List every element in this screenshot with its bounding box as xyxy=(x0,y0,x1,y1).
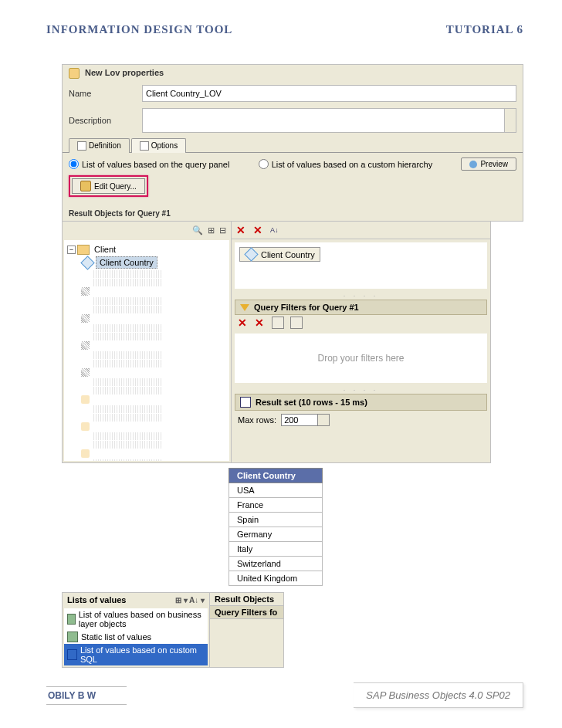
expand-icon[interactable]: ⊞ xyxy=(208,225,215,235)
preview-button[interactable]: Preview xyxy=(461,157,516,171)
lists-of-values-panel: Lists of values⊞ ▾ A↓ ▾ List of values b… xyxy=(62,592,523,668)
collapse-icon[interactable]: ⊟ xyxy=(219,225,226,235)
definition-icon xyxy=(77,141,86,151)
result-toolbar: ✕ ✕ xyxy=(232,222,490,239)
table-row[interactable]: Spain xyxy=(229,513,323,527)
folder-icon xyxy=(77,245,90,255)
lov-panel-title: Lists of values xyxy=(67,595,126,604)
query-panel: 🔍 ⊞ ⊟ −Client Client Country ✕ ✕ xyxy=(62,222,523,463)
tab-options[interactable]: Options xyxy=(131,138,186,153)
table-row[interactable]: Germany xyxy=(229,527,323,542)
delete-icon[interactable]: ✕ xyxy=(236,225,247,235)
filter-tool2-icon[interactable] xyxy=(290,317,303,329)
lov-properties-dialog: New Lov properties Name Description Defi… xyxy=(62,64,523,222)
grid-icon xyxy=(240,397,251,408)
maxrows-row: Max rows: xyxy=(232,411,490,429)
tree-panel: 🔍 ⊞ ⊟ −Client Client Country xyxy=(62,222,232,463)
filters-toolbar: ✕ ✕ xyxy=(232,315,490,330)
edit-icon xyxy=(80,181,91,191)
lov-item[interactable]: List of values based on custom SQL xyxy=(64,644,208,665)
options-icon xyxy=(140,141,149,151)
funnel-icon xyxy=(240,304,249,311)
right-hdr-query-filters: Query Filters fo xyxy=(210,606,283,619)
result-chip-client-country[interactable]: Client Country xyxy=(239,247,320,262)
search-icon[interactable]: 🔍 xyxy=(192,225,203,235)
filters-drop-area[interactable]: Drop your filters here xyxy=(235,334,487,383)
name-input[interactable] xyxy=(142,85,516,102)
maxrows-label: Max rows: xyxy=(238,415,276,425)
lov-item[interactable]: List of values based on business layer o… xyxy=(64,608,208,630)
name-label: Name xyxy=(69,89,142,98)
tree-toolbar: 🔍 ⊞ ⊟ xyxy=(63,222,231,239)
table-row[interactable]: Italy xyxy=(229,542,323,557)
description-label: Description xyxy=(69,116,142,125)
dialog-title: New Lov properties xyxy=(63,65,523,82)
filter-tool-icon[interactable] xyxy=(272,317,284,329)
maxrows-input[interactable] xyxy=(282,415,317,425)
table-row[interactable]: United Kingdom xyxy=(229,571,323,586)
preview-icon xyxy=(469,161,477,168)
delete-filter-icon[interactable]: ✕ xyxy=(238,317,249,328)
dialog-title-text: New Lov properties xyxy=(85,68,164,77)
query-right-panel: ✕ ✕ Client Country · · · · Query Filters… xyxy=(232,222,491,463)
tree-toggle[interactable]: − xyxy=(67,245,76,254)
resultset-header: Result set (10 rows - 15 ms) xyxy=(235,394,487,411)
radio-query-panel[interactable]: List of values based on the query panel xyxy=(69,159,229,169)
description-input[interactable] xyxy=(142,108,516,133)
lov-type-icon xyxy=(67,649,77,660)
clear-icon[interactable]: ✕ xyxy=(253,225,264,235)
doc-tutorial: TUTORIAL 6 xyxy=(446,23,523,36)
edit-query-highlight: Edit Query... xyxy=(69,175,148,197)
author-name: OBILY B W xyxy=(46,686,127,705)
maxrows-spinner[interactable] xyxy=(281,414,330,426)
doc-footer: OBILY B W SAP Business Objects 4.0 SP02 xyxy=(46,686,523,705)
scrollbar[interactable] xyxy=(504,109,516,132)
result-objects-header: Result Objects for Query #1 xyxy=(63,206,523,221)
splitter[interactable]: · · · · xyxy=(232,386,490,394)
doc-header: INFORMATION DESIGN TOOL TUTORIAL 6 xyxy=(46,23,523,42)
spinner-arrows[interactable] xyxy=(317,415,329,425)
query-filters-header: Query Filters for Query #1 xyxy=(235,300,487,315)
lov-type-icon xyxy=(67,614,76,625)
tree-node-client-country[interactable]: Client Country xyxy=(96,256,157,269)
right-hdr-result-objects: Result Objects xyxy=(210,593,283,606)
edit-query-button[interactable]: Edit Query... xyxy=(72,178,145,194)
result-table: Client Country USAFranceSpainGermanyItal… xyxy=(229,468,323,586)
doc-title: INFORMATION DESIGN TOOL xyxy=(46,23,232,36)
tab-definition[interactable]: Definition xyxy=(69,138,130,153)
lov-icon xyxy=(69,68,80,79)
clear-filter-icon[interactable]: ✕ xyxy=(255,317,266,328)
table-row[interactable]: USA xyxy=(229,483,323,498)
table-row[interactable]: France xyxy=(229,498,323,513)
lov-toolbar[interactable]: ⊞ ▾ A↓ ▾ xyxy=(175,596,205,604)
object-tree[interactable]: −Client Client Country xyxy=(64,240,229,461)
result-col-header[interactable]: Client Country xyxy=(229,469,323,483)
splitter[interactable]: · · · · xyxy=(232,292,490,300)
result-objects-area[interactable]: Client Country xyxy=(235,242,487,289)
dimension-icon xyxy=(80,256,94,269)
dimension-icon xyxy=(244,248,258,262)
table-row[interactable]: Switzerland xyxy=(229,557,323,571)
tree-node-client[interactable]: Client xyxy=(91,244,119,255)
product-name: SAP Business Objects 4.0 SP02 xyxy=(354,682,523,708)
lov-list[interactable]: List of values based on business layer o… xyxy=(64,608,208,665)
radio-custom-hierarchy[interactable]: List of values based on a custom hierarc… xyxy=(259,159,433,169)
sort-icon[interactable] xyxy=(270,225,281,235)
lov-item[interactable]: Static list of values xyxy=(64,630,208,644)
lov-type-icon xyxy=(67,631,78,642)
